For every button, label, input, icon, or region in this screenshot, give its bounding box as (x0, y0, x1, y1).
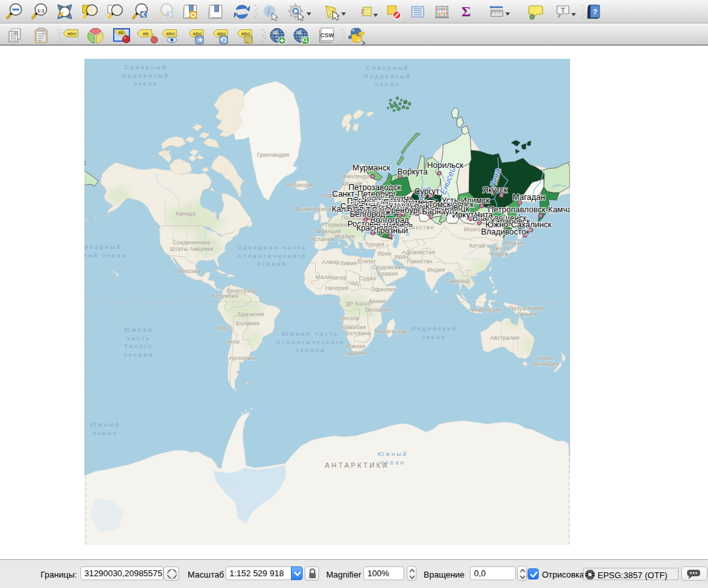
svg-text:океан: океан (93, 429, 118, 436)
svg-text:Чита: Чита (475, 210, 493, 220)
svg-text:АНТАРКТИКА: АНТАРКТИКА (325, 461, 389, 469)
svg-text:Петропавловск-Камчатский: Петропавловск-Камчатский (488, 205, 570, 214)
svg-text:Испания: Испания (311, 236, 334, 242)
svg-text:Нигерия: Нигерия (326, 285, 348, 291)
svg-text:T: T (561, 7, 565, 14)
svg-text:Северный: Северный (366, 64, 409, 71)
svg-text:Σ: Σ (462, 3, 471, 20)
svg-text:Исландия: Исландия (286, 182, 314, 188)
svg-text:Кения: Кения (369, 298, 385, 304)
svg-text:CSW: CSW (320, 32, 335, 39)
svg-text:Сургут: Сургут (414, 187, 440, 196)
svg-text:Гренландия: Гренландия (257, 152, 290, 158)
svg-text:океан: океан (422, 333, 447, 340)
svg-text:ab: ab (118, 29, 124, 35)
svg-text:Ледовитый: Ледовитый (364, 73, 411, 80)
svg-text:ε: ε (361, 5, 365, 16)
svg-text:Владивосток: Владивосток (481, 227, 530, 237)
svg-text:Ботсвана: Ботсвана (345, 330, 371, 336)
svg-text:Соединенные: Соединенные (173, 239, 211, 246)
svg-text:Таиланд: Таиланд (446, 278, 469, 284)
svg-text:Штаты Америки: Штаты Америки (170, 246, 214, 252)
svg-text:Саудовская: Саудовская (371, 264, 404, 270)
svg-text:Атлантического: Атлантического (237, 252, 306, 259)
svg-text:Мурманск: Мурманск (352, 163, 390, 172)
svg-text:Африка: Африка (345, 350, 367, 356)
svg-text:Южная часть: Южная часть (282, 330, 339, 337)
svg-text:Чили: Чили (226, 338, 239, 345)
svg-text:Зеландия: Зеландия (532, 361, 559, 367)
svg-text:ab: ab (143, 31, 148, 37)
svg-text:Финляндия: Финляндия (342, 173, 373, 180)
svg-text:Индийский: Индийский (411, 325, 457, 332)
svg-text:часть: часть (126, 335, 150, 342)
svg-text:Италия: Италия (335, 233, 355, 240)
svg-text:1:1: 1:1 (37, 8, 44, 14)
svg-text:Воркута: Воркута (397, 167, 428, 176)
svg-text:Нигер: Нигер (331, 274, 347, 281)
svg-text:Ангола: Ангола (340, 315, 359, 321)
svg-text:Грозный: Грозный (377, 226, 408, 235)
svg-text:Атлантического: Атлантического (276, 338, 345, 346)
svg-text:Томск: Томск (428, 200, 450, 209)
svg-text:Южный: Южный (90, 421, 120, 428)
svg-text:Магадан: Магадан (513, 193, 545, 202)
svg-text:Южная: Южная (346, 343, 365, 350)
svg-text:Афганистан: Афганистан (402, 249, 435, 255)
svg-text:Турция: Турция (365, 241, 384, 248)
svg-text:Чад: Чад (348, 280, 358, 286)
svg-text:Гвинея: Гвинея (517, 311, 536, 318)
svg-text:Северная часть: Северная часть (237, 244, 307, 251)
svg-text:abc: abc (67, 31, 76, 37)
svg-text:океана: океана (257, 260, 287, 267)
svg-text:Ирак: Ирак (378, 250, 391, 257)
svg-text:океана: океана (295, 346, 326, 353)
svg-text:?: ? (593, 8, 598, 16)
svg-text:Танзания: Танзания (364, 306, 390, 313)
svg-text:Тихого: Тихого (124, 342, 154, 350)
svg-text:Аравия: Аравия (378, 270, 398, 277)
svg-text:Якутск: Якутск (482, 186, 508, 195)
svg-text:Тихий океан: Тихий океан (84, 252, 127, 259)
svg-text:Судан: Судан (359, 275, 376, 282)
svg-text:Ледовитый: Ледовитый (122, 72, 169, 79)
svg-text:Ливия: Ливия (340, 260, 357, 267)
svg-text:Австралия: Австралия (490, 335, 520, 341)
svg-text:Пакистан: Пакистан (407, 258, 432, 265)
svg-text:Индонезия: Индонезия (471, 306, 501, 313)
svg-text:Канада: Канада (176, 210, 196, 217)
svg-text:Венесуэла: Венесуэла (227, 287, 256, 294)
svg-text:Боливия: Боливия (236, 320, 260, 327)
svg-text:Бразилия: Бразилия (238, 311, 264, 318)
svg-text:Корея: Корея (491, 251, 507, 257)
svg-text:Южный: Южный (378, 450, 408, 457)
svg-text:Алжир: Алжир (322, 259, 339, 265)
svg-text:океан: океан (375, 80, 400, 88)
svg-text:Перу: Перу (216, 325, 229, 331)
svg-text:Индия: Индия (428, 267, 445, 273)
svg-text:Норильск: Норильск (427, 161, 464, 170)
svg-text:Эфиопия: Эфиопия (371, 286, 397, 293)
svg-text:Мадагаскар: Мадагаскар (375, 328, 407, 335)
svg-text:океан: океан (133, 80, 158, 87)
svg-text:Белгород: Белгород (350, 210, 386, 219)
svg-text:Северный: Северный (84, 243, 122, 250)
svg-text:океана: океана (124, 351, 154, 358)
svg-text:Южная: Южная (124, 326, 154, 333)
svg-text:Аргентина: Аргентина (229, 355, 258, 361)
svg-text:Северный: Северный (124, 63, 167, 71)
svg-text:Мексика: Мексика (177, 268, 200, 274)
svg-text:Мали: Мали (316, 274, 331, 280)
svg-text:Китай: Китай (469, 242, 485, 249)
svg-text:abc: abc (166, 31, 175, 37)
